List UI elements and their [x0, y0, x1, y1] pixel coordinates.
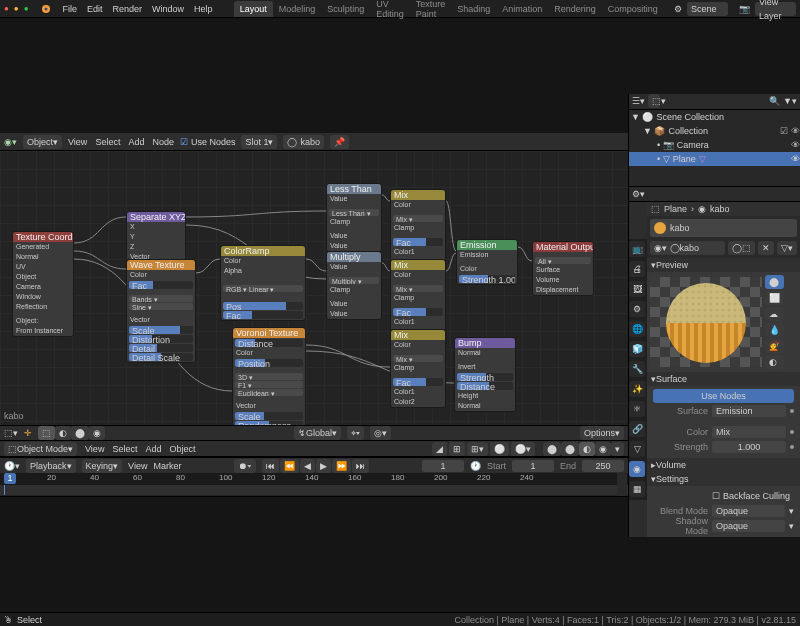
orient-dropdown[interactable]: ↯ Global ▾ — [294, 426, 341, 440]
window-max-icon[interactable]: ● — [24, 4, 29, 13]
workspace-tab-texture-paint[interactable]: Texture Paint — [410, 1, 452, 17]
section-settings[interactable]: Settings — [647, 472, 800, 486]
mat-new[interactable]: ✕ — [758, 241, 774, 255]
tab-constraints[interactable]: 🔗 — [629, 421, 645, 437]
ne-menu-node[interactable]: Node — [152, 137, 174, 147]
mat-users[interactable]: ◯⬚ — [728, 241, 755, 255]
node-mixC[interactable]: MixColorMix ▾ClampFacColor1Color2 — [390, 329, 446, 408]
shadow-mode[interactable]: Opaque — [712, 520, 785, 532]
mat-link[interactable]: ▽▾ — [777, 241, 797, 255]
material-field[interactable]: ◯ kabo — [283, 135, 324, 149]
node-wave[interactable]: Wave TextureColorFacBands ▾Sine ▾VectorS… — [126, 259, 196, 363]
workspace-tab-modeling[interactable]: Modeling — [273, 1, 322, 17]
editor-type-icon[interactable]: ⚙▾ — [632, 189, 645, 199]
ne-mode-dropdown[interactable]: Object ▾ — [23, 135, 62, 149]
viewlayer-field[interactable]: View Layer — [755, 2, 796, 16]
node-texcoord[interactable]: Texture CoordinateGeneratedNormalUVObjec… — [12, 231, 74, 337]
vp-menu-select[interactable]: Select — [112, 444, 137, 454]
node-ramp[interactable]: ColorRampColorAlphaRGB ▾ Linear ▾PosFac — [220, 245, 306, 321]
ne-menu-add[interactable]: Add — [128, 137, 144, 147]
workspace-tab-compositing[interactable]: Compositing — [602, 1, 664, 17]
tab-scene[interactable]: ⚙ — [629, 301, 645, 317]
slot-dropdown[interactable]: Slot 1 ▾ — [241, 135, 277, 149]
search-icon[interactable]: 🔍 — [769, 96, 780, 106]
tab-render[interactable]: 📺 — [629, 241, 645, 257]
outliner-item-camera[interactable]: • 📷 Camera👁 — [629, 138, 800, 152]
strength-input[interactable]: 1.000 — [712, 441, 786, 453]
playhead[interactable] — [4, 485, 5, 495]
node-mixA[interactable]: MixColorMix ▾ClampFacColor1Color2 — [390, 189, 446, 268]
editor-type-icon[interactable]: 🕐▾ — [4, 461, 20, 471]
shading-group[interactable]: ⬚◐⬤◉ — [38, 426, 105, 440]
ne-menu-view[interactable]: View — [68, 137, 87, 147]
tl-view[interactable]: View — [128, 461, 147, 471]
workspace-tab-uv-editing[interactable]: UV Editing — [370, 1, 410, 17]
tab-viewlayer[interactable]: 🖼 — [629, 281, 645, 297]
node-bump[interactable]: BumpNormalInvertStrengthDistanceHeightNo… — [454, 337, 516, 412]
editor-type-icon[interactable]: ⬚▾ — [4, 428, 18, 438]
tab-mesh[interactable]: ▽ — [629, 441, 645, 457]
timeline-strip[interactable]: 20406080100120140160180200220240 1 — [0, 473, 628, 497]
workspace-tab-rendering[interactable]: Rendering — [548, 1, 602, 17]
snap-button[interactable]: ⌖▾ — [347, 426, 364, 440]
menu-file[interactable]: File — [63, 4, 78, 14]
tl-playback[interactable]: Playback ▾ — [26, 459, 76, 473]
tl-keying[interactable]: Keying ▾ — [82, 459, 123, 473]
menu-help[interactable]: Help — [194, 4, 213, 14]
tl-end[interactable]: 250 — [582, 460, 624, 472]
cursor-icon[interactable]: ✛ — [24, 428, 32, 438]
tab-world[interactable]: 🌐 — [629, 321, 645, 337]
clock-icon[interactable]: 🕐 — [470, 461, 481, 471]
use-nodes-checkbox[interactable]: ☑Use Nodes — [180, 137, 236, 147]
tab-particles[interactable]: ✨ — [629, 381, 645, 397]
backface-culling[interactable]: ☐ Backface Culling — [712, 491, 790, 501]
editor-type-icon[interactable]: ◉▾ — [4, 137, 17, 147]
outliner-collection[interactable]: ▼ 📦 Collection☑ 👁 — [629, 124, 800, 138]
window-min-icon[interactable]: ● — [14, 4, 19, 13]
tab-physics[interactable]: ⚛ — [629, 401, 645, 417]
window-close-icon[interactable]: ● — [4, 4, 9, 13]
workspace-tab-shading[interactable]: Shading — [451, 1, 496, 17]
editor-type-icon[interactable]: ☰▾ — [632, 96, 645, 106]
workspace-tab-animation[interactable]: Animation — [496, 1, 548, 17]
tab-material[interactable]: ◉ — [629, 461, 645, 477]
node-mixB[interactable]: MixColorMix ▾ClampFacColor1Color2 — [390, 259, 446, 338]
node-output[interactable]: Material OutputAll ▾SurfaceVolumeDisplac… — [532, 241, 594, 296]
outliner-tree[interactable]: ▼ ⚪ Scene Collection ▼ 📦 Collection☑ 👁 •… — [629, 110, 800, 186]
workspace-tab-layout[interactable]: Layout — [234, 1, 273, 17]
tl-autokey[interactable]: ⏺▾ — [234, 459, 256, 473]
section-surface[interactable]: Surface — [647, 372, 800, 386]
material-list[interactable]: kabo ◉▾ ◯ kabo ◯⬚ ✕ ▽▾ — [647, 216, 800, 258]
tl-start[interactable]: 1 — [512, 460, 554, 472]
preview-type-buttons[interactable]: ⬤ ⬜☁💧💇◐ — [765, 275, 784, 369]
tab-texture[interactable]: ▦ — [629, 481, 645, 497]
vp-mode-dropdown[interactable]: ⬚ Object Mode ▾ — [4, 442, 77, 456]
vp-menu-view[interactable]: View — [85, 444, 104, 454]
scene-field[interactable]: Scene — [687, 2, 728, 16]
node-sepxyz[interactable]: Separate XYZXYZVector — [126, 211, 186, 263]
node-mult[interactable]: MultiplyValueMultiply ▾ClampValueValue — [326, 251, 382, 320]
node-less[interactable]: Less ThanValueLess Than ▾ClampValueValue — [326, 183, 382, 252]
tab-modifiers[interactable]: 🔧 — [629, 361, 645, 377]
workspace-tab-sculpting[interactable]: Sculpting — [321, 1, 370, 17]
node-voronoi[interactable]: Voronoi TextureDistanceColorPosition3D ▾… — [232, 327, 306, 425]
section-volume[interactable]: Volume — [647, 458, 800, 472]
outliner-item-plane[interactable]: • ▽ Plane ▽👁 — [629, 152, 800, 166]
tl-scrollbar[interactable] — [617, 473, 627, 496]
section-preview[interactable]: Preview — [647, 258, 800, 272]
filter-icon[interactable]: ▼▾ — [783, 96, 797, 106]
color-input[interactable]: Mix — [712, 426, 786, 438]
vp-menu-object[interactable]: Object — [169, 444, 195, 454]
ne-menu-select[interactable]: Select — [95, 137, 120, 147]
gizmo-toggles[interactable]: ◢⊞⊞▾ ⚪⚪▾ — [432, 442, 535, 456]
node-emit[interactable]: EmissionEmissionColorStrength 1.000 — [456, 239, 518, 285]
vp-menu-add[interactable]: Add — [145, 444, 161, 454]
menu-window[interactable]: Window — [152, 4, 184, 14]
blend-mode[interactable]: Opaque — [712, 505, 785, 517]
node-editor-canvas[interactable]: Texture CoordinateGeneratedNormalUVObjec… — [0, 151, 628, 425]
tl-transport[interactable]: ⏮⏪◀▶⏩⏭ — [262, 459, 369, 473]
tl-marker[interactable]: Marker — [153, 461, 181, 471]
tab-object[interactable]: 🧊 — [629, 341, 645, 357]
use-nodes-button[interactable]: Use Nodes — [653, 389, 794, 403]
outliner-root[interactable]: ▼ ⚪ Scene Collection — [629, 110, 800, 124]
